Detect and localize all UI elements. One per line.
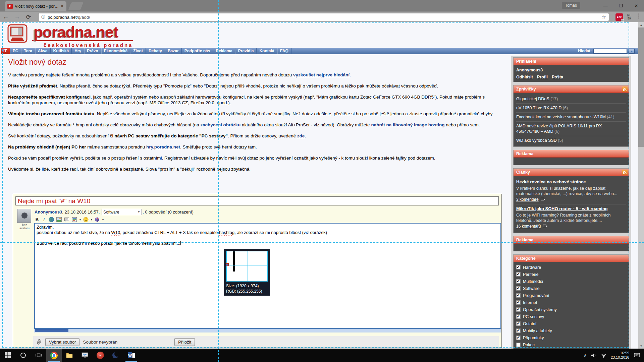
games-forum-link[interactable]: hry.poradna.net — [146, 144, 180, 149]
browser-scrollbar[interactable]: ▲ ▼ — [638, 22, 644, 349]
rss-icon[interactable] — [622, 170, 628, 175]
task-view-icon[interactable] — [31, 349, 46, 362]
back-button[interactable]: ← — [0, 13, 11, 20]
news-item[interactable]: Facebook konci na vetsine smartphonu s W… — [516, 112, 626, 121]
image-hosting-link[interactable]: nahrát na libovolný image hosting — [371, 122, 444, 127]
mail-link[interactable]: Pošta — [552, 75, 563, 79]
scrollbar-thumb[interactable] — [638, 27, 644, 147]
nav-item-debaty[interactable]: Debaty — [146, 48, 165, 54]
checkbox-checked[interactable] — [516, 307, 521, 312]
checkbox-unchecked[interactable] — [516, 343, 521, 347]
italic-button[interactable]: I — [42, 217, 46, 223]
tab-close-icon[interactable]: ✕ — [61, 4, 64, 8]
adblock-extension-icon[interactable]: ABP — [615, 13, 623, 21]
nav-item-akva[interactable]: Akva — [35, 48, 51, 54]
nav-item-pravo[interactable]: Právo — [84, 48, 101, 54]
taskbar-scissors-app-icon[interactable]: ✂ — [93, 349, 108, 362]
browser-profile-chip[interactable]: Tomáš — [562, 2, 580, 9]
nav-item-it[interactable]: IT — [1, 48, 10, 54]
search-icon[interactable] — [15, 349, 31, 362]
restore-button[interactable]: ❐ — [613, 0, 629, 11]
list-dropdown-icon[interactable]: ▾ — [79, 218, 81, 221]
textarea-hscrollbar[interactable] — [34, 329, 501, 333]
taskbar-capture-app-icon[interactable] — [77, 349, 93, 362]
bookmark-star-icon[interactable]: ☆ — [602, 14, 606, 20]
insert-image-icon[interactable] — [56, 217, 62, 222]
nav-item-hry[interactable]: Hry — [72, 48, 84, 54]
choose-file-button[interactable]: Vybrat soubor — [45, 338, 79, 346]
attach-button[interactable]: Přiložit — [174, 338, 195, 346]
browser-tab[interactable]: P Vložit nový dotaz - porad ✕ — [5, 1, 66, 11]
browser-menu-icon[interactable]: ⋮ — [636, 12, 641, 19]
news-item[interactable]: AMD nové revize čipů POLARIS 10/11 pro R… — [516, 121, 626, 136]
start-button[interactable] — [0, 349, 15, 362]
nav-item-tera[interactable]: Tera — [21, 48, 35, 54]
capture-image-link[interactable]: zachycení obrázku — [200, 122, 240, 127]
checkbox-checked[interactable] — [516, 286, 521, 291]
nav-item-podporte-nas[interactable]: Podpořte nás — [182, 48, 213, 54]
insert-link-icon[interactable] — [49, 217, 54, 222]
scroll-up-icon[interactable]: ▲ — [638, 22, 644, 27]
nav-item-pravidla[interactable]: Pravidla — [235, 48, 257, 54]
author-link[interactable]: Anonymous3 — [35, 209, 62, 215]
checkbox-checked[interactable] — [516, 293, 521, 298]
checkbox-checked[interactable] — [516, 321, 521, 326]
question-title-input[interactable] — [15, 196, 499, 205]
nav-item-pc[interactable]: PC — [10, 48, 21, 54]
nav-item-bazar[interactable]: Bazar — [165, 48, 182, 54]
search-first-link[interactable]: vyzkoušet nejprve hledání — [293, 72, 350, 77]
article-comments-link[interactable]: 16 komentářů — [516, 224, 541, 229]
profile-link[interactable]: Profil — [537, 75, 548, 79]
quote-icon[interactable] — [64, 217, 69, 222]
action-center-icon[interactable] — [633, 352, 641, 358]
nav-item-kutilska[interactable]: Kutilská — [51, 48, 72, 54]
article-title-link[interactable]: MikroTik jako SOHO router - 5 - wifi roa… — [516, 206, 626, 211]
site-logo[interactable]: poradna.net československá poradna — [7, 24, 133, 48]
search-input[interactable] — [593, 49, 627, 54]
scroll-down-icon[interactable]: ▼ — [638, 343, 644, 349]
nav-item-faq[interactable]: FAQ — [277, 48, 291, 54]
reload-button[interactable]: ⟳ — [23, 13, 34, 21]
checkbox-checked[interactable] — [516, 300, 521, 305]
timer-extension-icon[interactable]: 04: 59 — [627, 14, 631, 20]
network-icon[interactable] — [601, 353, 607, 358]
minimize-button[interactable]: — — [598, 0, 613, 11]
tray-chevron-up-icon[interactable]: ∧ — [584, 353, 587, 358]
format-list-icon[interactable] — [72, 217, 77, 222]
smiley-dropdown-icon[interactable]: ▾ — [91, 218, 92, 221]
smiley-icon[interactable] — [83, 217, 89, 222]
nav-item-kontakt[interactable]: Kontakt — [257, 48, 277, 54]
taskbar-crescent-app-icon[interactable] — [108, 349, 123, 362]
news-item[interactable]: nV 1050 TI ve RX 470 D (6) — [516, 103, 626, 112]
article-title-link[interactable]: Hezké rovnice na webové stránce — [516, 179, 626, 184]
insert-object-icon[interactable] — [95, 217, 100, 222]
rss-icon[interactable] — [622, 86, 628, 92]
checkbox-checked[interactable] — [516, 314, 521, 319]
nav-item-zivot[interactable]: Život — [130, 48, 146, 54]
checkbox-checked[interactable] — [516, 265, 521, 269]
volume-icon[interactable] — [591, 353, 597, 358]
nav-item-ekonomicka[interactable]: Ekonomická — [101, 48, 131, 54]
hscrollbar-thumb[interactable] — [35, 329, 68, 332]
taskbar-clock[interactable]: 16:59 23.10.2016 — [611, 351, 629, 360]
article-comments-link[interactable]: 3 komentáře — [516, 197, 539, 202]
search-submit-button[interactable]: » — [629, 49, 635, 54]
articles-header[interactable]: Články — [514, 169, 629, 176]
pc-builds-link[interactable]: zde — [297, 133, 305, 138]
news-item[interactable]: WD ako vyrobca SSD (5) — [516, 136, 626, 145]
taskbar-explorer-icon[interactable] — [62, 349, 77, 362]
checkbox-checked[interactable] — [516, 279, 521, 284]
bold-button[interactable]: B — [35, 217, 39, 223]
taskbar-word-icon[interactable]: W — [123, 349, 139, 362]
checkbox-checked[interactable] — [516, 272, 521, 277]
close-button[interactable]: ✕ — [629, 0, 644, 11]
nav-item-reklama[interactable]: Reklama — [213, 48, 235, 54]
address-bar[interactable]: ⓘ pc.poradna.net/q/add/ ☆ — [38, 13, 609, 21]
category-select[interactable]: Software▼ — [102, 209, 142, 215]
new-tab-button[interactable] — [68, 2, 83, 10]
object-dropdown-icon[interactable]: ▾ — [102, 218, 104, 221]
page-info-icon[interactable]: ⓘ — [41, 14, 45, 20]
news-item[interactable]: Gigantickej DDoS (17) — [516, 95, 626, 103]
logout-link[interactable]: Odhlásit — [516, 75, 533, 79]
taskbar-chrome-icon[interactable] — [46, 349, 62, 362]
